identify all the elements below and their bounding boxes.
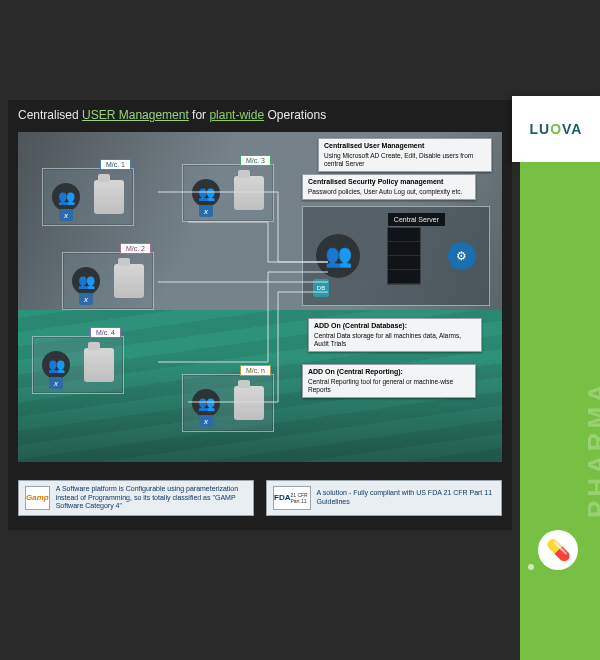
callout: ADD On (Central Reporting):Central Repor…	[302, 364, 476, 398]
users-group-icon: 👥	[316, 234, 360, 278]
brand-pre: LU	[530, 121, 551, 137]
machine-icon	[94, 180, 124, 214]
callout-title: ADD On (Central Reporting):	[308, 368, 470, 378]
callout-body: Using Microsoft AD Create, Edit, Disable…	[324, 152, 473, 167]
machine-node: M/c. n👥x	[182, 374, 274, 432]
brand-logo-text: LUOVA	[530, 121, 583, 137]
machine-tag: M/c. 3	[240, 155, 271, 166]
brand-post: VA	[562, 121, 582, 137]
machine-node: M/c. 1👥x	[42, 168, 134, 226]
x-chip-icon: x	[49, 377, 63, 389]
x-chip-icon: x	[199, 205, 213, 217]
machine-icon	[234, 386, 264, 420]
server-rack-icon	[387, 227, 421, 285]
callout-title: ADD On (Central Database):	[314, 322, 476, 332]
callout: ADD On (Central Database):Central Data s…	[308, 318, 482, 352]
right-overlay: LUOVA PHARMA 💊	[510, 0, 600, 660]
x-chip-icon: x	[59, 209, 73, 221]
fda-badge-main: FDA	[274, 493, 290, 503]
pharma-pill-icon: 💊	[538, 530, 578, 570]
machine-node: M/c. 3👥x	[182, 164, 274, 222]
callout-body: Central Data storage for all machines da…	[314, 332, 461, 347]
users-group-icon: 👥	[72, 267, 100, 295]
x-chip-icon: x	[199, 415, 213, 427]
callout-title: Centralised Security Policy management	[308, 178, 470, 188]
fda-badge: FDA 21 CFR Part 11	[273, 486, 311, 510]
users-group-icon: 👥	[192, 179, 220, 207]
users-group-icon: 👥	[52, 183, 80, 211]
machine-icon	[234, 176, 264, 210]
x-chip-icon: x	[79, 293, 93, 305]
footer-row: Gamp A Software platform is Configurable…	[18, 480, 502, 516]
database-icon: DB	[313, 279, 329, 297]
machine-node: M/c. 2👥x	[62, 252, 154, 310]
central-server-panel: Central Server 👥 ⚙ DB	[302, 206, 490, 306]
gamp-text: A Software platform is Configurable usin…	[56, 485, 247, 511]
slide: Centralised USER Management for plant-wi…	[8, 100, 512, 530]
machine-tag: M/c. n	[240, 365, 271, 376]
callout-body: Password policies, User Auto Log out, co…	[308, 188, 462, 195]
fda-text: A solution - Fully compliant with US FDA…	[317, 489, 495, 507]
machine-tag: M/c. 1	[100, 159, 131, 170]
machine-icon	[84, 348, 114, 382]
machine-tag: M/c. 2	[120, 243, 151, 254]
gamp-footer: Gamp A Software platform is Configurable…	[18, 480, 254, 516]
title-plantwide: plant-wide	[209, 108, 264, 122]
gamp-badge: Gamp	[25, 486, 50, 510]
slide-title: Centralised USER Management for plant-wi…	[8, 100, 512, 126]
brand-o: O	[550, 121, 562, 137]
title-user: USER Management	[82, 108, 189, 122]
title-mid: for	[189, 108, 210, 122]
diagram-area: M/c. 1👥xM/c. 3👥xM/c. 2👥xM/c. 4👥xM/c. n👥x…	[18, 132, 502, 462]
brand-logo-card: LUOVA	[512, 96, 600, 162]
machine-icon	[114, 264, 144, 298]
callout-body: Central Reporting tool for general or ma…	[308, 378, 453, 393]
users-group-icon: 👥	[42, 351, 70, 379]
fda-badge-sub: 21 CFR Part 11	[290, 492, 309, 505]
title-pre: Centralised	[18, 108, 82, 122]
fda-footer: FDA 21 CFR Part 11 A solution - Fully co…	[266, 480, 502, 516]
users-group-icon: 👥	[192, 389, 220, 417]
callout: Centralised User ManagementUsing Microso…	[318, 138, 492, 172]
title-post: Operations	[264, 108, 326, 122]
machine-node: M/c. 4👥x	[32, 336, 124, 394]
accent-dot	[528, 564, 534, 570]
central-server-label: Central Server	[388, 213, 445, 226]
settings-gear-icon: ⚙	[448, 242, 476, 270]
machine-tag: M/c. 4	[90, 327, 121, 338]
callout-title: Centralised User Management	[324, 142, 486, 152]
vertical-label: PHARMA	[582, 380, 600, 518]
callout: Centralised Security Policy managementPa…	[302, 174, 476, 200]
slide-canvas: Centralised USER Management for plant-wi…	[0, 0, 520, 660]
